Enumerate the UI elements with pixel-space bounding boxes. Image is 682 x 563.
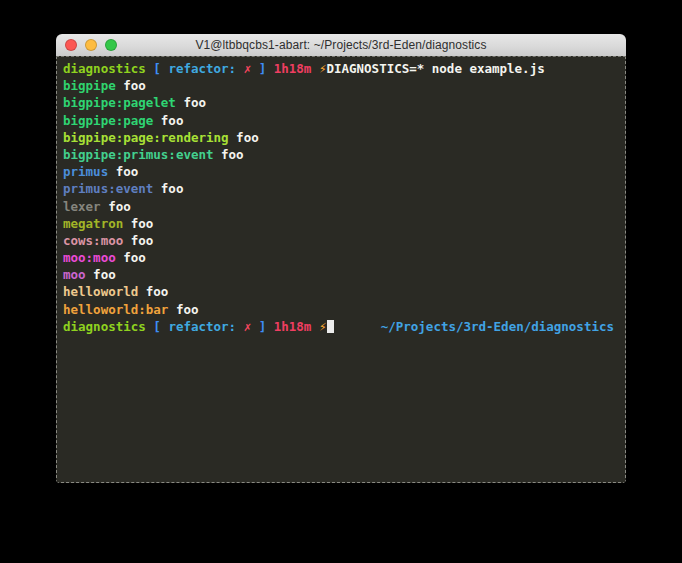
terminal-line: bigpipe foo [63,77,620,94]
terminal-line-text: cows:moo foo [63,232,153,249]
terminal-line: lexer foo [63,198,620,215]
terminal-screen[interactable]: diagnostics [ refactor: ✗ ] 1h18m ⚡DIAGN… [56,56,626,483]
minimize-button[interactable] [85,39,97,51]
window-title: V1@ltbbqcbs1-abart: ~/Projects/3rd-Eden/… [195,38,486,52]
terminal-line-text: bigpipe:primus:event foo [63,146,244,163]
terminal-line-text: bigpipe:page:rendering foo [63,129,259,146]
terminal-cursor [327,320,334,333]
terminal-line: primus foo [63,163,620,180]
terminal-line: diagnostics [ refactor: ✗ ] 1h18m ⚡~/Pro… [63,318,620,335]
terminal-line-text: lexer foo [63,198,131,215]
terminal-line-text: primus:event foo [63,180,183,197]
terminal-line-text: megatron foo [63,215,153,232]
terminal-line: diagnostics [ refactor: ✗ ] 1h18m ⚡DIAGN… [63,60,620,77]
terminal-line-text: diagnostics [ refactor: ✗ ] 1h18m ⚡DIAGN… [63,60,545,77]
terminal-line-text: primus foo [63,163,138,180]
terminal-window: V1@ltbbqcbs1-abart: ~/Projects/3rd-Eden/… [56,34,626,483]
terminal-line: bigpipe:pagelet foo [63,94,620,111]
close-button[interactable] [65,39,77,51]
terminal-line-text: bigpipe:page foo [63,112,183,129]
terminal-line: moo foo [63,266,620,283]
zoom-button[interactable] [105,39,117,51]
terminal-line-text: moo foo [63,266,116,283]
terminal-line: bigpipe:page foo [63,112,620,129]
traffic-light-buttons [65,39,117,51]
terminal-line: helloworld:bar foo [63,301,620,318]
terminal-line-text: helloworld:bar foo [63,301,198,318]
terminal-line: helloworld foo [63,283,620,300]
terminal-line: bigpipe:page:rendering foo [63,129,620,146]
terminal-line-text: bigpipe foo [63,77,146,94]
terminal-line: primus:event foo [63,180,620,197]
terminal-line-text: helloworld foo [63,283,168,300]
terminal-line: bigpipe:primus:event foo [63,146,620,163]
terminal-line-text: bigpipe:pagelet foo [63,94,206,111]
terminal-line: cows:moo foo [63,232,620,249]
prompt-cwd-path: ~/Projects/3rd-Eden/diagnostics [381,318,620,335]
terminal-line: moo:moo foo [63,249,620,266]
terminal-line: megatron foo [63,215,620,232]
terminal-line-text: diagnostics [ refactor: ✗ ] 1h18m ⚡ [63,318,334,335]
window-titlebar[interactable]: V1@ltbbqcbs1-abart: ~/Projects/3rd-Eden/… [56,34,626,56]
terminal-line-text: moo:moo foo [63,249,146,266]
